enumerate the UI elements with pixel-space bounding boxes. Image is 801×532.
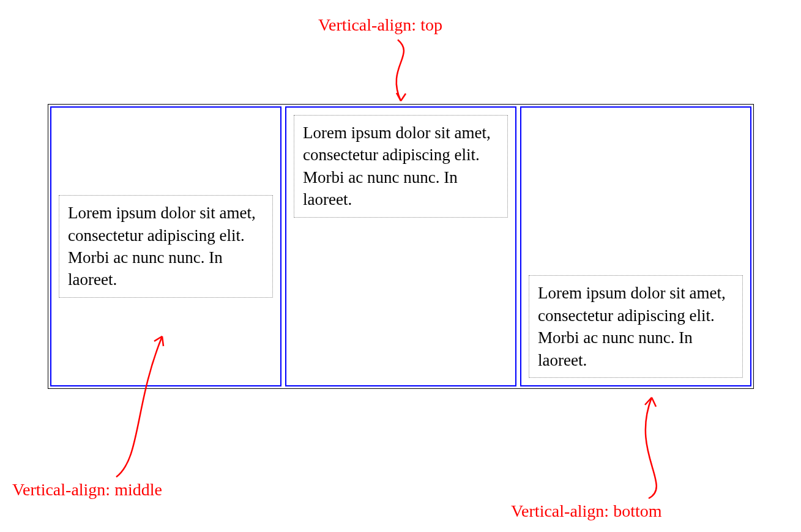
arrow-top <box>367 37 441 110</box>
arrow-bottom <box>594 391 691 504</box>
diagram-canvas: Vertical-align: top Lorem ipsum dolor si… <box>0 0 801 532</box>
cell-bottom: Lorem ipsum dolor sit amet, consectetur … <box>520 106 751 386</box>
cell-top: Lorem ipsum dolor sit amet, consectetur … <box>285 106 516 386</box>
annotation-middle: Vertical-align: middle <box>12 480 162 500</box>
annotation-bottom: Vertical-align: bottom <box>511 501 662 521</box>
content-box-middle: Lorem ipsum dolor sit amet, consectetur … <box>59 195 273 298</box>
annotation-top: Vertical-align: top <box>318 15 442 35</box>
content-box-bottom: Lorem ipsum dolor sit amet, consectetur … <box>529 275 743 378</box>
table-container: Lorem ipsum dolor sit amet, consectetur … <box>48 104 754 389</box>
cell-middle: Lorem ipsum dolor sit amet, consectetur … <box>50 106 281 386</box>
content-box-top: Lorem ipsum dolor sit amet, consectetur … <box>294 115 508 218</box>
